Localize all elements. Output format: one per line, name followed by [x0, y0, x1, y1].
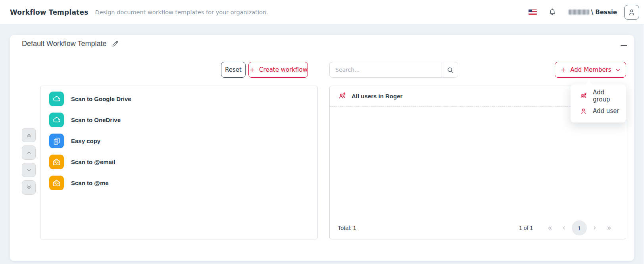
- members-panel-footer: Total: 1 1 of 1: [330, 219, 626, 237]
- page-title: Workflow Templates: [10, 8, 88, 16]
- user-icon: [579, 107, 588, 115]
- card-title: Default Workflow Template: [22, 40, 106, 48]
- reset-button-label: Reset: [225, 66, 242, 73]
- workflow-item-label: Scan to Google Drive: [71, 96, 131, 102]
- page-info-label: 1 of 1: [519, 225, 533, 231]
- members-search-group: [329, 62, 458, 78]
- workflow-item-easy-copy[interactable]: Easy copy: [49, 130, 317, 151]
- notifications-button[interactable]: [548, 8, 557, 17]
- add-members-button[interactable]: Add Members: [555, 62, 626, 78]
- workflow-item-scan-to-email[interactable]: @ Scan to @email: [49, 151, 317, 172]
- page-number-label: 1: [578, 225, 581, 231]
- search-button[interactable]: [442, 62, 458, 78]
- workflow-item-label: Scan to OneDrive: [71, 117, 121, 123]
- collapse-card-button[interactable]: [619, 41, 629, 49]
- group-icon: [338, 92, 347, 101]
- default-workflow-template-card: Default Workflow Template Reset: [10, 35, 634, 261]
- menu-item-add-user[interactable]: Add user: [571, 103, 626, 119]
- page-number-button[interactable]: 1: [572, 220, 587, 235]
- move-to-top-button[interactable]: [22, 128, 36, 142]
- flag-canton: [529, 10, 532, 12]
- move-down-button[interactable]: [22, 163, 36, 177]
- header-actions: \ Bessie: [529, 5, 644, 20]
- bell-icon: [548, 8, 557, 17]
- double-chevron-right-icon: [606, 225, 613, 231]
- cloud-icon: [49, 113, 64, 127]
- account-button[interactable]: [624, 5, 639, 20]
- scrollbar-track[interactable]: [642, 25, 644, 264]
- add-members-menu: Add group Add user: [571, 84, 626, 122]
- magnifier-icon: [446, 66, 454, 74]
- menu-item-add-group[interactable]: Add group: [571, 88, 626, 103]
- workflow-item-label: Easy copy: [71, 138, 100, 144]
- menu-item-label: Add user: [593, 107, 619, 115]
- workflow-item-scan-to-me[interactable]: @ Scan to @me: [49, 172, 317, 193]
- chevron-down-icon: [25, 166, 33, 174]
- chevron-up-icon: [25, 149, 33, 156]
- next-page-button[interactable]: [588, 221, 602, 235]
- double-chevron-down-icon: [25, 184, 33, 191]
- page-subtitle: Design document workflow templates for y…: [95, 9, 268, 15]
- chevron-down-icon: [615, 67, 621, 73]
- workflow-item-scan-to-onedrive[interactable]: Scan to OneDrive: [49, 109, 317, 130]
- plus-icon: [249, 67, 256, 73]
- workflow-item-label: Scan to @me: [71, 180, 109, 186]
- create-workflow-label: Create workflow: [259, 66, 308, 73]
- previous-page-button[interactable]: [557, 221, 571, 235]
- pencil-icon: [111, 40, 119, 48]
- us-flag-icon[interactable]: [529, 10, 537, 15]
- app-window: Workflow Templates Design document workf…: [0, 0, 644, 264]
- create-workflow-button[interactable]: Create workflow: [248, 62, 308, 78]
- cloud-icon: [49, 92, 64, 106]
- mail-at-icon: @: [49, 155, 64, 169]
- double-chevron-up-icon: [25, 132, 33, 139]
- chevron-right-icon: [592, 225, 598, 231]
- menu-item-label: Add group: [593, 89, 620, 103]
- move-up-button[interactable]: [22, 145, 36, 160]
- search-input[interactable]: [329, 62, 442, 78]
- first-page-button[interactable]: [542, 221, 557, 235]
- add-members-label: Add Members: [570, 66, 611, 73]
- total-count-label: Total: 1: [338, 225, 356, 231]
- edit-template-name-button[interactable]: [111, 40, 119, 48]
- plus-icon: [560, 67, 567, 73]
- redacted-domain: [569, 10, 589, 15]
- top-bar: Workflow Templates Design document workf…: [0, 0, 644, 25]
- group-icon: [579, 92, 588, 100]
- svg-text:@: @: [55, 159, 58, 162]
- pagination: 1 of 1: [519, 220, 616, 235]
- workflow-list-panel: Scan to Google Drive Scan to OneDrive: [40, 86, 318, 239]
- last-page-button[interactable]: [602, 221, 616, 235]
- minimize-icon: [621, 45, 627, 46]
- copy-icon: [49, 134, 64, 148]
- user-label: \ Bessie: [569, 9, 617, 16]
- chevron-left-icon: [561, 225, 567, 231]
- workflow-item-label: Scan to @email: [71, 159, 115, 165]
- card-title-row: Default Workflow Template: [22, 40, 119, 48]
- person-icon: [627, 8, 636, 17]
- reset-button[interactable]: Reset: [221, 62, 246, 78]
- user-name: \ Bessie: [591, 9, 617, 16]
- dropdown-arrow: [585, 80, 592, 85]
- double-chevron-left-icon: [546, 225, 553, 231]
- member-group-title: All users in Roger: [352, 93, 402, 99]
- move-to-bottom-button[interactable]: [22, 180, 36, 195]
- svg-text:@: @: [55, 180, 58, 183]
- workflow-item-scan-to-google-drive[interactable]: Scan to Google Drive: [49, 88, 317, 109]
- mail-at-icon: @: [49, 176, 64, 190]
